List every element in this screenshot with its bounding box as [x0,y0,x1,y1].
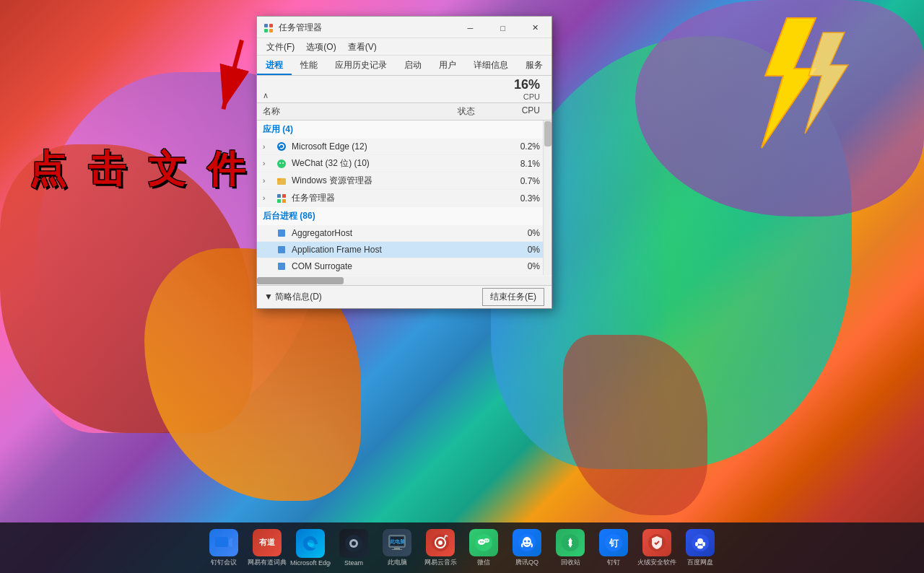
expand-icon-taskmgr[interactable]: › [263,194,273,202]
svg-rect-4 [264,24,268,27]
svg-rect-15 [282,194,286,198]
svg-marker-22 [229,538,232,548]
taskbar: 钉钉会议 有道 网易有道词典 Microsoft Edge Steam [0,522,924,573]
appframe-icon [276,244,287,255]
svg-point-11 [282,162,284,164]
recycle-icon [556,529,585,556]
process-list[interactable]: 应用 (4) › Microsoft Edge (12) 0.2% › [257,121,552,275]
tab-services[interactable]: 服务 [517,56,552,75]
svg-rect-19 [278,246,285,253]
svg-point-25 [352,541,356,546]
header-cpu: CPU [495,105,546,118]
taskbar-app-baidu[interactable]: 百度网盘 [681,529,719,567]
horizontal-scrollbar[interactable] [257,276,552,285]
svg-rect-17 [282,199,286,203]
baidu-label: 百度网盘 [687,558,713,567]
process-row-taskmgr[interactable]: › 任务管理器 0.3% [257,190,552,207]
tab-startup[interactable]: 启动 [396,56,430,75]
svg-point-8 [277,142,286,151]
svg-point-46 [528,540,530,542]
annotation-text: 点 击 文 件 [29,144,250,195]
cpu-percent-value: 16% [488,77,540,92]
scrollbar-thumb[interactable] [544,121,552,146]
title-bar: 任务管理器 ─ □ ✕ [257,17,552,38]
process-row-explorer[interactable]: › Windows 资源管理器 0.7% [257,172,552,190]
bottom-bar: ▼ 简略信息(D) 结束任务(E) [257,285,552,308]
details-toggle[interactable]: ▼ 简略信息(D) [264,291,322,303]
svg-point-41 [485,540,487,541]
youdao-icon: 有道 [253,529,282,556]
taskbar-app-computer[interactable]: 此电脑 此电脑 [378,529,416,567]
process-row-wechat[interactable]: › WeChat (32 位) (10) 8.1% [257,155,552,172]
svg-rect-29 [392,549,402,550]
svg-rect-18 [278,229,285,237]
h-scrollbar-thumb[interactable] [257,277,344,284]
svg-rect-5 [269,24,273,27]
cpu-label: CPU [488,92,540,101]
expand-icon-wechat[interactable]: › [263,159,273,167]
taskbar-app-steam[interactable]: Steam [335,529,372,567]
wechat-taskbar-icon [469,529,498,556]
end-task-button[interactable]: 结束任务(E) [482,288,544,306]
taskbar-app-youdao[interactable]: 有道 网易有道词典 [248,529,286,567]
netease-label: 网易云音乐 [424,558,457,567]
edge-taskbar-icon [296,529,325,558]
title-bar-left: 任务管理器 [263,22,322,34]
taskbar-app-recycle[interactable]: 回收站 [552,529,589,567]
taskbar-app-netease[interactable]: 网易云音乐 [422,529,459,567]
dingding-label: 钉钉 [607,558,620,567]
svg-point-10 [279,162,281,164]
menu-view[interactable]: 查看(V) [342,40,383,53]
taskbar-app-edge[interactable]: Microsoft Edge [292,529,329,567]
apps-section-header: 应用 (4) [257,121,552,139]
edge-process-name: Microsoft Edge (12) [292,141,437,152]
wechat-icon [276,158,287,170]
com-cpu: 0% [495,261,546,271]
expand-icon-edge[interactable]: › [263,143,273,151]
svg-rect-16 [277,199,281,203]
process-row-aggregator[interactable]: AggregatorHost 0% [257,225,552,242]
svg-point-45 [524,540,526,542]
process-row-appframe[interactable]: Application Frame Host 0% [257,242,552,258]
minimize-button[interactable]: ─ [454,17,487,39]
taskbar-app-dingding[interactable]: 钉 钉钉 [595,529,632,567]
com-icon [276,261,287,272]
explorer-process-name: Windows 资源管理器 [292,175,437,187]
qq-icon [513,529,541,556]
menu-options[interactable]: 选项(O) [300,40,341,53]
process-row-edge[interactable]: › Microsoft Edge (12) 0.2% [257,139,552,155]
security-icon [642,529,671,556]
process-list-container: 应用 (4) › Microsoft Edge (12) 0.2% › [257,121,552,275]
header-name: 名称 [263,105,437,118]
tab-users[interactable]: 用户 [430,56,465,75]
aggregator-icon [276,227,287,239]
process-row-com[interactable]: COM Surrogate 0% [257,258,552,275]
svg-rect-7 [269,29,273,32]
svg-point-44 [523,537,531,547]
close-button[interactable]: ✕ [519,17,552,39]
svg-rect-20 [278,263,285,270]
menu-bar: 文件(F) 选项(O) 查看(V) [257,38,552,56]
tab-app-history[interactable]: 应用历史记录 [326,56,396,75]
svg-point-9 [277,159,286,168]
recycle-label: 回收站 [561,558,580,567]
tab-performance[interactable]: 性能 [292,56,326,75]
svg-rect-28 [394,548,400,549]
taskbar-app-wechat[interactable]: 微信 [465,529,502,567]
svg-point-54 [695,542,698,546]
svg-rect-21 [215,537,228,547]
expand-icon-explorer[interactable]: › [263,177,273,185]
taskbar-app-meeting[interactable]: 钉钉会议 [205,529,243,567]
svg-point-33 [438,541,443,545]
taskbar-app-security[interactable]: 火绒安全软件 [638,529,676,567]
vertical-scrollbar[interactable] [543,121,552,275]
edge-taskbar-label: Microsoft Edge [290,559,331,567]
taskbar-app-qq[interactable]: 腾讯QQ [508,529,546,567]
steam-label: Steam [344,559,363,567]
details-toggle-label[interactable]: ▼ 简略信息(D) [264,291,322,303]
maximize-button[interactable]: □ [487,17,519,39]
cpu-usage-display: 16% CPU [488,77,546,101]
bg-section-header: 后台进程 (86) [257,207,552,225]
appframe-cpu: 0% [495,245,546,255]
tab-details[interactable]: 详细信息 [465,56,517,75]
